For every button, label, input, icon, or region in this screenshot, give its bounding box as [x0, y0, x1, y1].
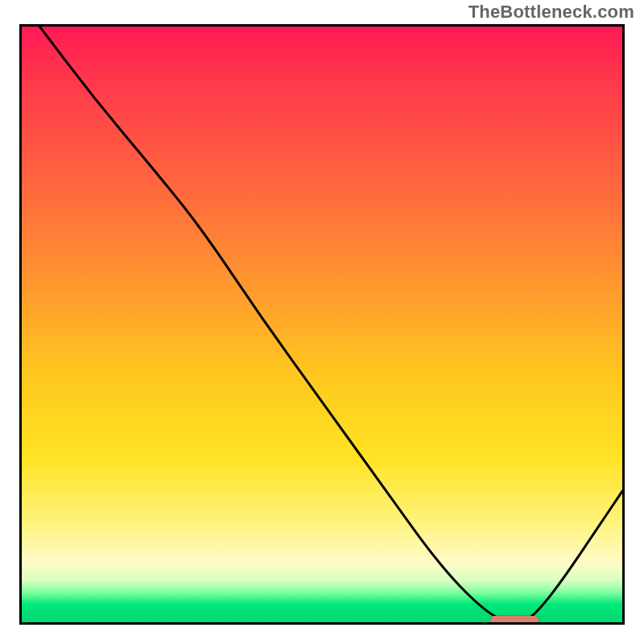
optimal-range-marker: [490, 616, 539, 624]
watermark-text: TheBottleneck.com: [469, 2, 634, 23]
chart-container: TheBottleneck.com: [0, 0, 644, 644]
bottleneck-curve: [22, 27, 622, 622]
plot-area: [19, 24, 625, 625]
curve-path: [39, 27, 622, 621]
